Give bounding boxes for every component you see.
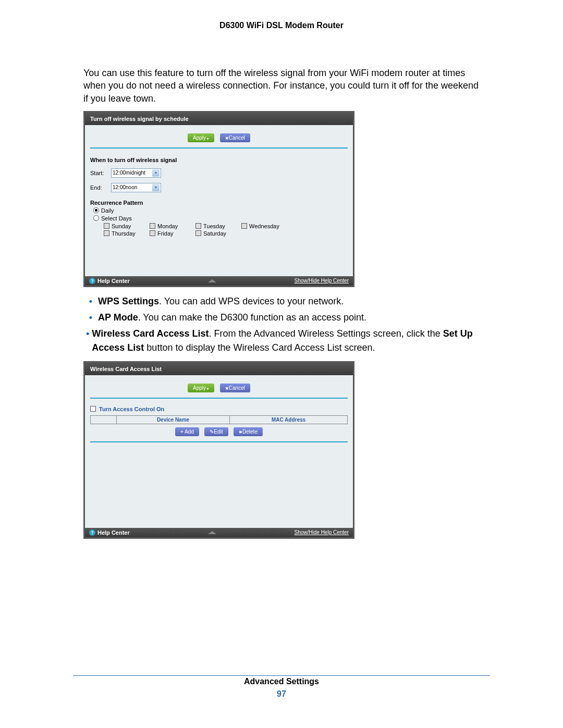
help-center-link[interactable]: ? Help Center — [89, 278, 130, 284]
apply-button[interactable]: Apply — [188, 133, 214, 142]
day-friday[interactable]: Friday — [150, 230, 195, 237]
days-grid: Sunday Monday Tuesday Wednesday Thursday… — [104, 223, 348, 237]
start-select[interactable]: 12:00midnight — [111, 168, 161, 178]
document-header: D6300 WiFi DSL Modem Router — [83, 21, 480, 30]
access-table: Device Name MAC Address — [90, 415, 348, 424]
help-icon: ? — [89, 529, 95, 536]
add-button[interactable]: Add — [175, 427, 199, 436]
help-icon: ? — [89, 278, 95, 284]
day-wednesday[interactable]: Wednesday — [241, 223, 287, 229]
caret-up-icon[interactable] — [208, 531, 216, 534]
cancel-button[interactable]: Cancel — [220, 384, 250, 392]
col-device: Device Name — [117, 415, 230, 424]
help-center-link[interactable]: ? Help Center — [89, 529, 130, 536]
day-thursday[interactable]: Thursday — [104, 230, 150, 237]
bullet-icon: • — [83, 327, 92, 355]
bullet-icon: • — [83, 311, 98, 325]
col-select — [91, 415, 117, 424]
showhide-link[interactable]: Show/Hide Help Center — [295, 529, 349, 535]
chevron-down-icon — [152, 169, 160, 177]
selectdays-label: Select Days — [101, 215, 132, 221]
bullet-apmode: AP Mode. You can make the D6300 function… — [98, 311, 366, 325]
page-number: 97 — [0, 689, 563, 699]
caret-up-icon[interactable] — [208, 279, 216, 282]
accesslist-screenshot: Wireless Card Access List Apply Cancel T… — [83, 361, 354, 539]
end-value: 12:00noon — [113, 184, 137, 190]
cancel-button[interactable]: Cancel — [220, 133, 250, 142]
chevron-down-icon — [152, 184, 160, 191]
end-label: End: — [90, 184, 111, 191]
footer-section: Advanced Settings — [0, 677, 563, 686]
footer-rule — [73, 675, 490, 676]
day-sunday[interactable]: Sunday — [104, 223, 150, 229]
end-select[interactable]: 12:00noon — [111, 183, 161, 192]
daily-label: Daily — [101, 207, 114, 214]
radio-icon — [93, 207, 99, 213]
schedule-screenshot: Turn off wireless signal by schedule App… — [83, 111, 354, 287]
panel-title: Turn off wireless signal by schedule — [85, 113, 353, 125]
bullet-icon: • — [83, 294, 98, 309]
checkbox-icon — [90, 406, 96, 412]
col-mac: MAC Address — [230, 415, 348, 424]
recurrence-label: Recurrence Pattern — [90, 200, 348, 206]
edit-button[interactable]: Edit — [204, 427, 228, 436]
day-saturday[interactable]: Saturday — [195, 230, 241, 237]
turn-access-on[interactable]: Turn Access Control On — [90, 406, 348, 412]
day-tuesday[interactable]: Tuesday — [195, 223, 241, 229]
delete-button[interactable]: Delete — [234, 427, 263, 436]
showhide-link[interactable]: Show/Hide Help Center — [295, 278, 349, 283]
bullet-accesslist: Wireless Card Access List. From the Adva… — [92, 327, 480, 355]
intro-paragraph: You can use this feature to turn off the… — [83, 67, 480, 105]
start-value: 12:00midnight — [113, 170, 145, 176]
start-label: Start: — [90, 170, 111, 176]
daily-radio-row[interactable]: Daily — [93, 207, 348, 214]
selectdays-radio-row[interactable]: Select Days — [93, 215, 348, 221]
radio-icon — [93, 215, 99, 221]
page-footer: Advanced Settings 97 — [0, 677, 563, 699]
when-label: When to turn off wireless signal — [90, 157, 348, 163]
bullet-wps: WPS Settings. You can add WPS devices to… — [98, 294, 344, 309]
panel-title: Wireless Card Access List — [85, 363, 353, 375]
apply-button[interactable]: Apply — [188, 384, 214, 392]
day-monday[interactable]: Monday — [150, 223, 195, 229]
bullet-list: • WPS Settings. You can add WPS devices … — [83, 294, 480, 355]
